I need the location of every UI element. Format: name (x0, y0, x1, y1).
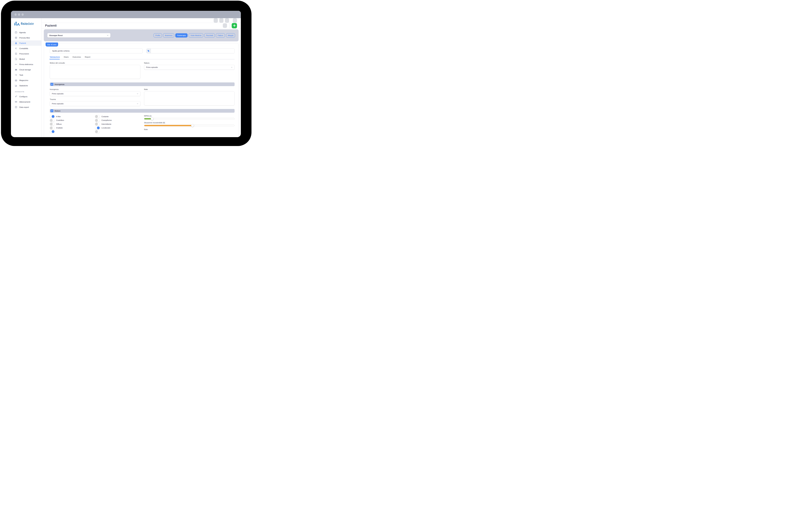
toggle-intermittente[interactable] (95, 122, 100, 126)
section-dolore[interactable]: Dolore (50, 109, 235, 113)
euro-icon: € (15, 47, 17, 50)
pain-toggle[interactable] (50, 130, 55, 133)
nprs-slider-label: NPRS [1] (144, 115, 235, 117)
toggle-irradiato[interactable] (50, 126, 55, 129)
slider-thumb[interactable] (151, 117, 154, 120)
top-toolbar (41, 18, 241, 23)
add-patient-button[interactable] (232, 23, 237, 28)
sidebar-item-magazzino[interactable]: Magazzino (11, 78, 41, 83)
sidebar-item-data-export[interactable]: Data export (11, 104, 41, 110)
nprs-slider[interactable] (144, 118, 235, 120)
sidebar-section-avanzate: AVANZATE (15, 91, 41, 93)
note-textarea[interactable] (144, 91, 235, 106)
svg-text:€: € (16, 47, 17, 50)
tab-pacchetti[interactable]: Pacchetti (204, 33, 215, 38)
toggle-label: Costante (101, 116, 109, 117)
sidebar-item-prenota-mee[interactable]: Prenota Mee (11, 35, 41, 40)
sidebar-item-cloud-storage[interactable]: Cloud storage (11, 67, 41, 72)
sidebar-item-contabilita[interactable]: € Contabilità (11, 46, 41, 51)
sidebar-item-prescrizioni[interactable]: Prescrizioni (11, 51, 41, 56)
tab-diario[interactable]: Diario (64, 56, 69, 58)
note-label: Note (144, 88, 235, 90)
toggle-localizzato[interactable] (95, 126, 100, 129)
tag-input[interactable] (151, 49, 235, 53)
sidebar-item-configura[interactable]: Configura (11, 94, 41, 99)
insorgenza-label: Insorgenza (50, 88, 141, 90)
toggle-crampiforme[interactable] (95, 119, 100, 122)
treatment-title-input[interactable] (50, 49, 143, 53)
toggle-knob (52, 115, 54, 118)
insorgenza-select-value: Primo episodio (52, 93, 63, 95)
pain-toggle[interactable] (95, 130, 100, 133)
content-area: Giuseppe Rossi Profilo Anamnesi Fisioter… (41, 28, 241, 137)
patient-select[interactable]: Giuseppe Rossi (47, 33, 110, 38)
sidebar-menu: Agenda Prenota Mee Pazienti € Contabilit… (11, 30, 41, 88)
sidebar-item-abbonamenti[interactable]: Abbonamenti (11, 99, 41, 104)
sidebar-item-task[interactable]: Task (11, 72, 41, 78)
situazione-slider[interactable] (144, 125, 235, 126)
slider-thumb[interactable] (191, 124, 194, 127)
age-badge: Età: 42 anni (45, 42, 58, 46)
header-action-placeholder[interactable] (223, 23, 227, 28)
section-insorgenza[interactable]: Insorgenza (50, 82, 235, 86)
sidebar-item-label: Configura (19, 96, 27, 98)
sidebar-item-statistiche[interactable]: Statistiche (11, 83, 41, 88)
toggle-label: Diffuso (56, 123, 62, 125)
traffic-light-dot (22, 13, 24, 16)
tab-fatture[interactable]: Fatture (216, 33, 225, 38)
calendar-icon (15, 31, 17, 34)
toolbar-button-placeholder[interactable] (214, 18, 218, 23)
section-title: Dolore (55, 110, 60, 112)
insorgenza-select[interactable]: Primo episodio (50, 91, 141, 96)
toggle-label: A fitte (56, 116, 61, 117)
toolbar-button-placeholder[interactable] (219, 18, 223, 23)
sidebar-item-pazienti[interactable]: Pazienti (11, 40, 41, 46)
tab-profilo[interactable]: Profilo (154, 33, 162, 38)
checklist-icon (15, 74, 17, 76)
tab-allegati[interactable]: Allegati (226, 33, 235, 38)
trauma-select[interactable]: Primo episodio (50, 101, 141, 106)
ticket-icon (15, 101, 17, 103)
pain-toggle-list: A fitte Costrittivo Diffuso Irradiato Co… (50, 115, 141, 134)
chevron-down-icon (107, 35, 109, 36)
gears-icon (15, 95, 17, 98)
natura-select[interactable]: Primo episodio (144, 65, 235, 70)
sidebar-item-agenda[interactable]: Agenda (11, 30, 41, 35)
natura-select-value: Primo episodio (146, 66, 158, 68)
tab-valutazione[interactable]: Valutazione (50, 56, 60, 58)
sidebar-item-label: Data export (19, 106, 29, 108)
sidebar-item-label: Agenda (19, 32, 26, 34)
tab-report[interactable]: Report (85, 56, 91, 58)
tab-fisioterapia[interactable]: Fisioterapia (175, 33, 188, 38)
toolbar-button-placeholder[interactable] (233, 18, 237, 23)
sidebar-item-label: Cloud storage (19, 69, 31, 71)
sidebar-item-label: Task (19, 74, 23, 76)
eye-off-icon (51, 110, 53, 112)
tab-anamnesi[interactable]: Anamnesi (163, 33, 174, 38)
cloud-icon (15, 69, 17, 71)
document-pen-icon (15, 58, 17, 60)
toggle-a-fitte[interactable] (50, 115, 55, 118)
tab-outcomes[interactable]: Outcomes (72, 56, 81, 58)
motivo-textarea[interactable] (50, 65, 141, 79)
tab-active-indicator (50, 59, 60, 59)
plus-icon (233, 24, 236, 27)
toggle-costrittivo[interactable] (50, 119, 55, 122)
sidebar-item-moduli[interactable]: Moduli (11, 56, 41, 62)
sidebar-item-label: Prescrizioni (19, 53, 29, 55)
toggle-costante[interactable] (95, 115, 100, 118)
toggle-knob (50, 123, 53, 126)
note2-label: Note (144, 129, 235, 130)
prescription-icon (15, 53, 17, 55)
sidebar-item-label: Contabilità (19, 48, 28, 50)
toolbar-button-placeholder[interactable] (225, 18, 229, 23)
bar-chart-icon (15, 84, 17, 87)
chevron-down-icon (137, 93, 138, 94)
toggle-diffuso[interactable] (50, 122, 55, 126)
sidebar-item-label: Pazienti (19, 42, 26, 44)
warehouse-icon (15, 79, 17, 81)
toggle-knob (50, 127, 53, 129)
tab-visite-mediche[interactable]: Visite Mediche (189, 33, 203, 38)
sidebar-item-firma-elettronica[interactable]: Firma elettronica (11, 62, 41, 67)
toggle-label: Irradiato (56, 127, 63, 129)
